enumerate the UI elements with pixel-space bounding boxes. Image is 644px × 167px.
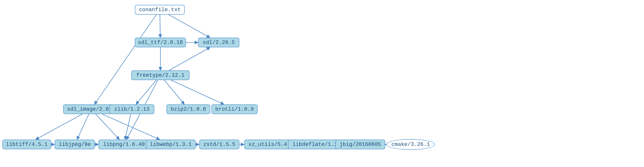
edge-sdl_image-to-libjpeg: [77, 114, 89, 140]
edge-conanfile-to-sdl_image: [94, 14, 156, 104]
node-freetype: freetype/2.12.1: [131, 70, 190, 80]
edge-freetype-to-bzip2: [164, 80, 184, 104]
node-jbig: jbig/20160605: [335, 140, 385, 149]
edge-freetype-to-brotli: [171, 80, 224, 104]
node-libpng: libpng/1.6.40: [98, 140, 150, 149]
edge-zlib-to-libpng: [125, 114, 131, 140]
edge-sdl_image-to-libwebp: [102, 114, 160, 140]
edge-sdl_image-to-libtiff: [36, 114, 82, 140]
edge-conanfile-to-sdl: [168, 14, 210, 38]
edge-freetype-to-sdl: [169, 47, 210, 70]
node-libwebp: libwebp/1.3.1: [146, 140, 196, 149]
node-sdl: sdl/2.26.5: [198, 38, 239, 47]
node-zlib: zlib/1.2.13: [109, 104, 154, 114]
node-sdl_ttf: sdl_ttf/2.0.18: [135, 38, 186, 47]
node-cmake: cmake/3.26.1: [386, 139, 435, 150]
node-zstd: zstd/1.5.5: [199, 140, 239, 149]
edge-freetype-to-zlib: [136, 80, 156, 104]
node-brotli: brotli/1.0.9: [212, 104, 258, 114]
node-libjpeg: libjpeg/9e: [55, 140, 95, 149]
node-libtiff: libtiff/4.5.1: [2, 140, 51, 149]
node-conanfile: conanfile.txt: [135, 5, 185, 14]
edge-conanfile-to-sdl_ttf: [160, 14, 160, 38]
edge-sdl_image-to-libpng: [96, 114, 120, 140]
node-bzip2: bzip2/1.0.8: [166, 104, 210, 114]
